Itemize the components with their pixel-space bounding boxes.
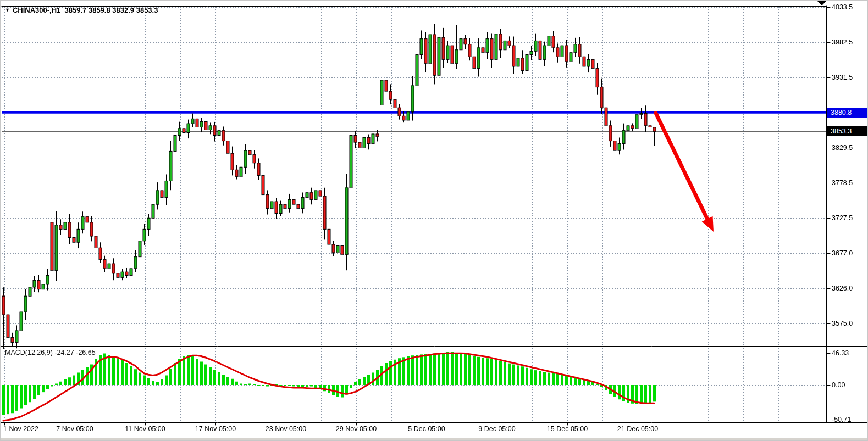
time-axis[interactable]: 1 Nov 20227 Nov 05:0011 Nov 05:0017 Nov … — [1, 425, 868, 436]
price-tick-label: 4033.5 — [832, 3, 853, 11]
time-tick-label: 21 Dec 05:00 — [617, 425, 658, 433]
time-tick-label: 29 Nov 05:00 — [336, 425, 377, 433]
chart-window: ▼ CHINA300-,H1 3859.7 3859.8 3832.9 3853… — [0, 0, 868, 441]
time-tick-label: 23 Nov 05:00 — [266, 425, 306, 433]
price-tick-label: 3626.0 — [832, 284, 853, 292]
time-tick-label: 7 Nov 05:00 — [56, 425, 93, 433]
time-tick-label: 17 Nov 05:00 — [195, 425, 236, 433]
window-bottom-edge — [1, 438, 868, 441]
price-tick-label: 3982.5 — [832, 38, 853, 46]
hline-price-badge: 3880.8 — [827, 108, 868, 118]
price-axis[interactable] — [827, 1, 868, 422]
chart-title-bar: ▼ CHINA300-,H1 3859.7 3859.8 3832.9 3853… — [5, 6, 158, 14]
chart-canvas[interactable] — [1, 1, 868, 441]
price-tick-label: 3931.5 — [832, 74, 853, 81]
macd-tick-label: -50.71 — [832, 416, 851, 423]
time-tick-label: 15 Dec 05:00 — [547, 425, 588, 433]
price-tick-label: 3829.5 — [832, 144, 853, 152]
price-tick-label: 3677.0 — [832, 249, 853, 257]
time-tick-label: 11 Nov 05:00 — [125, 425, 165, 433]
last-price-badge: 3853.3 — [827, 126, 868, 136]
chart-title: CHINA300-,H1 3859.7 3859.8 3832.9 3853.3 — [13, 6, 158, 14]
macd-tick-label: 0.00 — [832, 381, 845, 389]
chart-shift-marker[interactable] — [817, 1, 826, 5]
macd-tick-label: 46.33 — [832, 349, 849, 357]
time-tick-label: 1 Nov 2022 — [3, 425, 38, 433]
macd-indicator-label: MACD(12,26,9) -24.27 -26.65 — [5, 349, 96, 356]
price-tick-label: 3727.5 — [832, 214, 853, 222]
price-tick-label: 3778.5 — [832, 179, 853, 187]
symbol-dropdown-icon[interactable]: ▼ — [5, 8, 10, 13]
price-tick-label: 3575.0 — [832, 320, 853, 327]
time-tick-label: 5 Dec 05:00 — [408, 425, 445, 433]
time-tick-label: 9 Dec 05:00 — [478, 425, 515, 433]
